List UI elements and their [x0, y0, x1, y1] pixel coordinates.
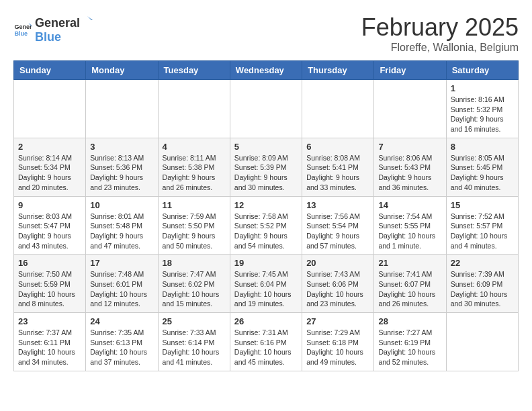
day-info: Sunrise: 7:50 AM Sunset: 5:59 PM Dayligh…: [18, 269, 81, 309]
day-number: 18: [163, 258, 226, 268]
calendar-cell: 21Sunrise: 7:41 AM Sunset: 6:07 PM Dayli…: [374, 255, 446, 313]
weekday-header-saturday: Saturday: [446, 61, 518, 80]
day-number: 8: [451, 142, 514, 152]
day-number: 1: [451, 83, 514, 93]
day-info: Sunrise: 7:29 AM Sunset: 6:18 PM Dayligh…: [306, 328, 369, 367]
day-info: Sunrise: 8:16 AM Sunset: 5:32 PM Dayligh…: [451, 95, 514, 134]
day-number: 7: [378, 142, 441, 152]
calendar-cell: 26Sunrise: 7:31 AM Sunset: 6:16 PM Dayli…: [230, 313, 302, 371]
day-info: Sunrise: 8:03 AM Sunset: 5:47 PM Dayligh…: [18, 212, 81, 251]
calendar-cell: 12Sunrise: 7:58 AM Sunset: 5:52 PM Dayli…: [230, 196, 302, 255]
day-info: Sunrise: 7:43 AM Sunset: 6:06 PM Dayligh…: [306, 269, 369, 309]
weekday-header-thursday: Thursday: [302, 61, 374, 80]
day-number: 11: [163, 200, 226, 210]
day-info: Sunrise: 8:14 AM Sunset: 5:34 PM Dayligh…: [18, 153, 81, 193]
day-number: 25: [163, 316, 226, 326]
calendar-cell: 13Sunrise: 7:56 AM Sunset: 5:54 PM Dayli…: [302, 196, 374, 255]
day-info: Sunrise: 7:48 AM Sunset: 6:01 PM Dayligh…: [90, 269, 153, 309]
calendar-cell: 8Sunrise: 8:05 AM Sunset: 5:45 PM Daylig…: [446, 138, 518, 196]
day-info: Sunrise: 7:54 AM Sunset: 5:55 PM Dayligh…: [378, 212, 441, 251]
day-info: Sunrise: 8:11 AM Sunset: 5:38 PM Dayligh…: [163, 153, 226, 193]
day-number: 26: [234, 316, 298, 326]
day-number: 22: [451, 258, 514, 268]
day-info: Sunrise: 8:05 AM Sunset: 5:45 PM Dayligh…: [451, 153, 514, 193]
svg-text:General: General: [14, 24, 32, 30]
day-number: 24: [90, 316, 153, 326]
main-title: February 2025: [361, 13, 519, 42]
day-number: 6: [306, 142, 369, 152]
day-number: 3: [90, 142, 153, 152]
calendar-cell: 3Sunrise: 8:13 AM Sunset: 5:36 PM Daylig…: [86, 138, 158, 196]
calendar-cell: 11Sunrise: 7:59 AM Sunset: 5:50 PM Dayli…: [158, 196, 230, 255]
calendar-week-row: 1Sunrise: 8:16 AM Sunset: 5:32 PM Daylig…: [14, 80, 519, 138]
logo-bird-icon: [81, 13, 94, 27]
calendar-cell: 17Sunrise: 7:48 AM Sunset: 6:01 PM Dayli…: [86, 255, 158, 313]
calendar-cell: 25Sunrise: 7:33 AM Sunset: 6:14 PM Dayli…: [158, 313, 230, 371]
weekday-header-monday: Monday: [86, 61, 158, 80]
day-number: 28: [378, 316, 441, 326]
weekday-header-wednesday: Wednesday: [230, 61, 302, 80]
calendar-table: SundayMondayTuesdayWednesdayThursdayFrid…: [13, 60, 519, 371]
calendar-cell: [230, 80, 302, 138]
day-info: Sunrise: 7:39 AM Sunset: 6:09 PM Dayligh…: [451, 269, 514, 309]
calendar-cell: [14, 80, 86, 138]
calendar-cell: 6Sunrise: 8:08 AM Sunset: 5:41 PM Daylig…: [302, 138, 374, 196]
calendar-cell: 22Sunrise: 7:39 AM Sunset: 6:09 PM Dayli…: [446, 255, 518, 313]
day-info: Sunrise: 7:56 AM Sunset: 5:54 PM Dayligh…: [306, 212, 369, 251]
calendar-cell: 14Sunrise: 7:54 AM Sunset: 5:55 PM Dayli…: [374, 196, 446, 255]
day-info: Sunrise: 7:52 AM Sunset: 5:57 PM Dayligh…: [451, 212, 514, 251]
calendar-cell: 4Sunrise: 8:11 AM Sunset: 5:38 PM Daylig…: [158, 138, 230, 196]
day-number: 19: [234, 258, 298, 268]
calendar-cell: 18Sunrise: 7:47 AM Sunset: 6:02 PM Dayli…: [158, 255, 230, 313]
day-number: 4: [163, 142, 226, 152]
day-info: Sunrise: 8:01 AM Sunset: 5:48 PM Dayligh…: [90, 212, 153, 251]
weekday-header-tuesday: Tuesday: [158, 61, 230, 80]
day-number: 10: [90, 200, 153, 210]
calendar-week-row: 9Sunrise: 8:03 AM Sunset: 5:47 PM Daylig…: [14, 196, 519, 255]
day-number: 12: [234, 200, 298, 210]
calendar-header-row: SundayMondayTuesdayWednesdayThursdayFrid…: [14, 61, 519, 80]
calendar-cell: 28Sunrise: 7:27 AM Sunset: 6:19 PM Dayli…: [374, 313, 446, 371]
day-number: 21: [378, 258, 441, 268]
day-info: Sunrise: 8:06 AM Sunset: 5:43 PM Dayligh…: [378, 153, 441, 193]
calendar-cell: 10Sunrise: 8:01 AM Sunset: 5:48 PM Dayli…: [86, 196, 158, 255]
day-info: Sunrise: 8:13 AM Sunset: 5:36 PM Dayligh…: [90, 153, 153, 193]
svg-text:Blue: Blue: [14, 30, 28, 37]
logo-icon: General Blue: [13, 19, 32, 38]
calendar-cell: 23Sunrise: 7:37 AM Sunset: 6:11 PM Dayli…: [14, 313, 86, 371]
calendar-week-row: 2Sunrise: 8:14 AM Sunset: 5:34 PM Daylig…: [14, 138, 519, 196]
day-info: Sunrise: 7:27 AM Sunset: 6:19 PM Dayligh…: [378, 328, 441, 367]
day-number: 5: [234, 142, 298, 152]
day-info: Sunrise: 7:35 AM Sunset: 6:13 PM Dayligh…: [90, 328, 153, 367]
weekday-header-friday: Friday: [374, 61, 446, 80]
calendar-week-row: 16Sunrise: 7:50 AM Sunset: 5:59 PM Dayli…: [14, 255, 519, 313]
calendar-cell: 2Sunrise: 8:14 AM Sunset: 5:34 PM Daylig…: [14, 138, 86, 196]
weekday-header-sunday: Sunday: [14, 61, 86, 80]
day-info: Sunrise: 8:08 AM Sunset: 5:41 PM Dayligh…: [306, 153, 369, 193]
day-number: 15: [451, 200, 514, 210]
calendar-cell: [302, 80, 374, 138]
day-info: Sunrise: 7:47 AM Sunset: 6:02 PM Dayligh…: [163, 269, 226, 309]
day-number: 17: [90, 258, 153, 268]
calendar-cell: 9Sunrise: 8:03 AM Sunset: 5:47 PM Daylig…: [14, 196, 86, 255]
day-number: 20: [306, 258, 369, 268]
logo: General Blue General Blue: [13, 13, 95, 44]
day-number: 16: [18, 258, 81, 268]
calendar-cell: 20Sunrise: 7:43 AM Sunset: 6:06 PM Dayli…: [302, 255, 374, 313]
calendar-cell: [86, 80, 158, 138]
calendar-cell: [446, 313, 518, 371]
svg-marker-4: [87, 16, 93, 20]
calendar-cell: [374, 80, 446, 138]
day-number: 23: [18, 316, 81, 326]
day-number: 13: [306, 200, 369, 210]
day-number: 14: [378, 200, 441, 210]
day-info: Sunrise: 7:31 AM Sunset: 6:16 PM Dayligh…: [234, 328, 298, 367]
day-info: Sunrise: 7:33 AM Sunset: 6:14 PM Dayligh…: [163, 328, 226, 367]
calendar-cell: 5Sunrise: 8:09 AM Sunset: 5:39 PM Daylig…: [230, 138, 302, 196]
day-number: 2: [18, 142, 81, 152]
header: General Blue General Blue February 2025 …: [13, 13, 519, 54]
day-number: 9: [18, 200, 81, 210]
day-info: Sunrise: 7:45 AM Sunset: 6:04 PM Dayligh…: [234, 269, 298, 309]
calendar-cell: 1Sunrise: 8:16 AM Sunset: 5:32 PM Daylig…: [446, 80, 518, 138]
subtitle: Floreffe, Wallonia, Belgium: [361, 42, 519, 54]
